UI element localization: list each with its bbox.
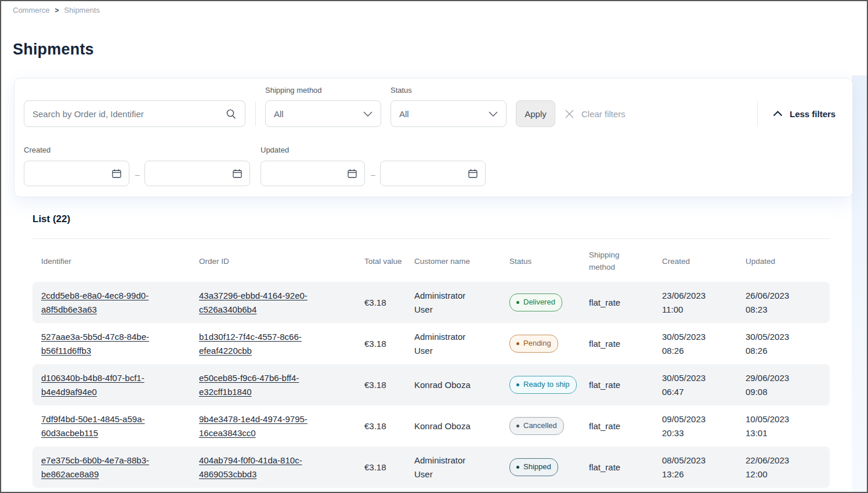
status-dot-icon xyxy=(516,342,519,345)
calendar-icon xyxy=(232,168,243,179)
status-filter-value: All xyxy=(399,109,409,119)
column-header-order-id: Order ID xyxy=(199,256,364,268)
calendar-icon xyxy=(347,168,357,179)
updated-cell: 10/05/2023 13:01 xyxy=(746,412,830,440)
status-cell: Ready to ship xyxy=(509,376,589,393)
shipping-method-cell: flat_rate xyxy=(589,461,662,474)
order-id-link[interactable]: 9b4e3478-1e4d-4974-9795-16cea3843cc0 xyxy=(199,414,308,437)
shipping-method-cell: flat_rate xyxy=(589,378,662,392)
customer-name-cell: Administrator User xyxy=(414,454,509,481)
table-row: 527aae3a-5b5d-47c8-84be-b56f11d6ffb3 b1d… xyxy=(32,323,830,364)
identifier-link[interactable]: e7e375cb-6b0b-4e7a-88b3-be862ace8a89 xyxy=(41,455,149,478)
created-time: 08:26 xyxy=(662,344,736,357)
status-label: Cancelled xyxy=(523,420,557,432)
calendar-icon xyxy=(468,168,478,179)
updated-from-date-input[interactable] xyxy=(261,161,365,186)
column-header-shipping-method: Shipping method xyxy=(589,249,653,274)
search-input[interactable] xyxy=(32,109,226,119)
status-cell: Delivered xyxy=(509,293,589,311)
shipping-method-cell: flat_rate xyxy=(589,419,662,433)
shipping-method-label: Shipping method xyxy=(265,86,322,95)
identifier-link[interactable]: 527aae3a-5b5d-47c8-84be-b56f11d6ffb3 xyxy=(41,332,149,355)
column-header-status: Status xyxy=(509,256,589,268)
clear-filters-label: Clear filters xyxy=(581,109,625,119)
date-range-dash: – xyxy=(368,170,378,179)
status-select[interactable]: All xyxy=(390,100,507,127)
created-filter-label: Created xyxy=(24,146,50,154)
order-id-link[interactable]: 43a37296-ebbd-4164-92e0-c526a340b6b4 xyxy=(199,291,308,314)
created-date: 30/05/2023 xyxy=(662,330,736,343)
filter-divider xyxy=(757,102,758,126)
status-badge: Shipped xyxy=(509,458,558,476)
updated-date: 30/05/2023 xyxy=(746,330,820,343)
search-field-wrapper xyxy=(24,100,245,127)
status-badge: Pending xyxy=(509,335,558,352)
column-header-customer-name: Customer name xyxy=(414,256,509,268)
shipping-method-cell: flat_rate xyxy=(589,337,662,350)
filter-divider xyxy=(255,102,256,126)
list-title: List (22) xyxy=(32,213,70,225)
page-title: Shipments xyxy=(13,41,94,59)
total-value-cell: €3.18 xyxy=(364,419,414,433)
created-date: 09/05/2023 xyxy=(662,412,736,426)
breadcrumb-item-commerce[interactable]: Commerce xyxy=(13,6,50,14)
updated-to-date-input[interactable] xyxy=(380,161,486,186)
order-id-link[interactable]: 404ab794-f0f0-41da-810c-4869053cbbd3 xyxy=(199,455,302,478)
status-dot-icon xyxy=(516,466,519,469)
created-to-date-input[interactable] xyxy=(144,161,250,186)
identifier-link[interactable]: d106340b-b4b8-4f07-bcf1-b4e4d9af94e0 xyxy=(41,373,144,396)
status-dot-icon xyxy=(516,383,519,386)
calendar-icon xyxy=(111,168,122,179)
updated-date: 29/06/2023 xyxy=(746,371,820,385)
identifier-link[interactable]: 2cdd5eb8-e8a0-4ec8-99d0-a8f5db6e3a63 xyxy=(41,291,149,314)
shipping-method-cell: flat_rate xyxy=(589,296,662,309)
table-body: 2cdd5eb8-e8a0-4ec8-99d0-a8f5db6e3a63 43a… xyxy=(32,282,830,488)
shipping-method-value: All xyxy=(274,109,284,119)
created-cell: 30/05/2023 06:47 xyxy=(662,371,746,398)
apply-button[interactable]: Apply xyxy=(516,100,555,127)
status-cell: Cancelled xyxy=(509,417,589,434)
column-header-identifier: Identifier xyxy=(32,256,199,268)
total-value-cell: €3.18 xyxy=(364,378,414,392)
total-value-cell: €3.18 xyxy=(364,337,414,350)
updated-time: 08:26 xyxy=(746,344,820,357)
clear-filters-button[interactable]: Clear filters xyxy=(565,100,625,127)
less-filters-toggle[interactable]: Less filters xyxy=(773,100,836,127)
created-time: 13:26 xyxy=(662,467,736,481)
clear-x-icon xyxy=(565,109,574,119)
created-from-date-input[interactable] xyxy=(24,161,129,186)
less-filters-label: Less filters xyxy=(790,109,836,119)
table-row: e7e375cb-6b0b-4e7a-88b3-be862ace8a89 404… xyxy=(32,447,830,488)
breadcrumb: Commerce > Shipments xyxy=(13,6,100,14)
list-divider xyxy=(32,238,830,239)
customer-name-cell: Administrator User xyxy=(414,289,509,316)
status-filter-label: Status xyxy=(390,86,412,95)
customer-name-cell: Konrad Oboza xyxy=(414,378,509,392)
updated-date: 22/06/2023 xyxy=(746,454,820,467)
shipping-method-select[interactable]: All xyxy=(265,100,381,127)
status-dot-icon xyxy=(516,425,519,427)
status-cell: Shipped xyxy=(509,458,589,476)
status-badge: Cancelled xyxy=(509,417,564,434)
chevron-down-icon xyxy=(489,111,498,117)
created-date: 23/06/2023 xyxy=(662,289,736,302)
updated-filter-label: Updated xyxy=(261,146,289,154)
created-time: 06:47 xyxy=(662,385,736,398)
status-badge: Delivered xyxy=(509,293,562,311)
identifier-link[interactable]: 7df9f4bd-50e1-4845-a59a-60d3acbeb115 xyxy=(41,414,144,437)
status-badge: Ready to ship xyxy=(509,376,577,393)
updated-date: 26/06/2023 xyxy=(746,289,820,302)
table-row: d106340b-b4b8-4f07-bcf1-b4e4d9af94e0 e50… xyxy=(32,364,830,405)
column-header-updated: Updated xyxy=(746,256,830,268)
column-header-created: Created xyxy=(662,256,746,268)
status-label: Shipped xyxy=(523,461,551,473)
customer-name-cell: Konrad Oboza xyxy=(414,419,509,433)
status-label: Pending xyxy=(523,338,551,349)
order-id-link[interactable]: b1d30f12-7f4c-4557-8c66-efeaf4220cbb xyxy=(199,332,302,355)
created-date: 08/05/2023 xyxy=(662,454,736,467)
updated-time: 13:01 xyxy=(746,426,820,440)
updated-time: 12:00 xyxy=(746,467,820,481)
status-dot-icon xyxy=(516,301,519,304)
order-id-link[interactable]: e50ceb85-f9c6-47b6-bff4-e32cff1b1840 xyxy=(199,373,299,396)
total-value-cell: €3.18 xyxy=(364,296,414,309)
